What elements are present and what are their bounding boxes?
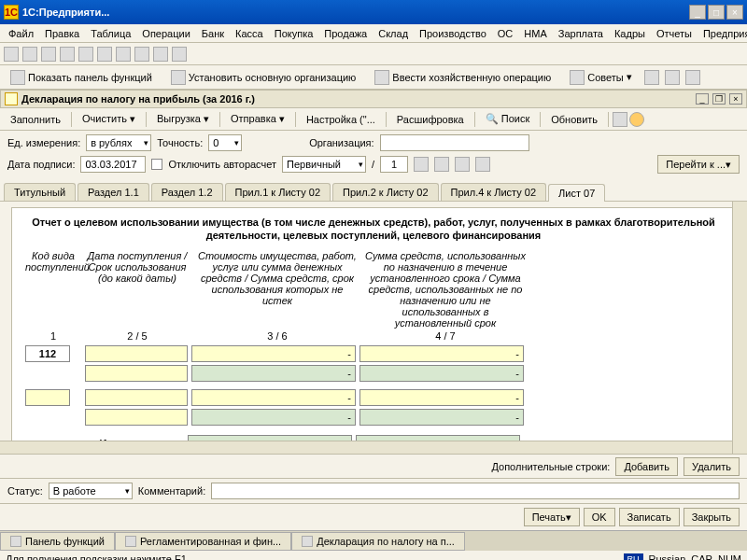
toolbar-icon[interactable] (116, 47, 131, 62)
search-action[interactable]: 🔍 Поиск (479, 110, 537, 128)
menu-file[interactable]: Файл (4, 26, 38, 41)
menu-salary[interactable]: Зарплата (554, 26, 608, 41)
menu-reports[interactable]: Отчеты (652, 26, 697, 41)
menu-company[interactable]: Предприятие (698, 26, 747, 41)
menu-cash[interactable]: Касса (231, 26, 268, 41)
export-action[interactable]: Выгрузка ▾ (150, 110, 216, 128)
toolbar-icon[interactable] (434, 157, 449, 172)
maximize-button[interactable]: □ (708, 5, 725, 20)
code-cell[interactable]: 112 (25, 345, 70, 362)
toolbar-icon[interactable] (60, 47, 75, 62)
close-button[interactable]: × (726, 5, 743, 20)
wintab-decl[interactable]: Декларация по налогу на п... (291, 532, 465, 551)
menu-staff[interactable]: Кадры (610, 26, 650, 41)
add-button[interactable]: Добавить (615, 457, 678, 476)
menu-table[interactable]: Таблица (86, 26, 135, 41)
auto-checkbox[interactable] (151, 159, 162, 170)
toolbar-icon[interactable] (455, 157, 470, 172)
precision-select[interactable]: 0 (208, 134, 242, 151)
amount-cell[interactable]: - (191, 389, 356, 406)
show-panel-button[interactable]: Показать панель функций (4, 67, 159, 88)
wintab-reg[interactable]: Регламентированная и фин... (115, 532, 291, 551)
set-org-button[interactable]: Установить основную организацию (164, 67, 363, 88)
menu-sale[interactable]: Продажа (319, 26, 372, 41)
settings-action[interactable]: Настройка ("... (300, 111, 382, 128)
toolbar-icon[interactable] (172, 47, 187, 62)
toolbar-icon[interactable] (613, 112, 627, 127)
minimize-button[interactable]: _ (689, 5, 706, 20)
date-cell[interactable] (85, 365, 188, 382)
refresh-action[interactable]: Обновить (544, 111, 604, 128)
org-input[interactable] (380, 134, 529, 151)
send-action[interactable]: Отправка ▾ (224, 110, 291, 128)
menu-warehouse[interactable]: Склад (374, 26, 413, 41)
menu-operations[interactable]: Операции (137, 26, 194, 41)
toolbar-icon[interactable] (665, 70, 680, 85)
menu-bank[interactable]: Банк (197, 26, 229, 41)
tab-title[interactable]: Титульный (4, 183, 76, 201)
doc-close-button[interactable]: × (729, 93, 742, 105)
delete-button[interactable]: Удалить (684, 457, 740, 476)
doc-restore-button[interactable]: ❐ (712, 93, 726, 105)
toolbar-icon[interactable] (685, 70, 700, 85)
wintab-panel[interactable]: Панель функций (0, 532, 115, 551)
amount-cell[interactable]: - (191, 345, 356, 362)
unit-select[interactable]: в рублях (86, 134, 151, 151)
print-button[interactable]: Печать ▾ (524, 508, 580, 526)
document-title: Декларация по налогу на прибыль (за 2016… (21, 93, 692, 105)
scrollbar-vertical[interactable] (732, 202, 747, 454)
help-icon[interactable] (629, 112, 644, 127)
clear-action[interactable]: Очистить ▾ (76, 110, 142, 128)
amount-cell[interactable]: - (359, 389, 524, 406)
toolbar-icon[interactable] (134, 47, 149, 62)
comment-input[interactable] (211, 483, 740, 499)
status-select[interactable]: В работе (49, 483, 133, 499)
primary-select[interactable]: Первичный (282, 156, 366, 173)
amount-cell[interactable]: - (359, 345, 524, 362)
menu-purchase[interactable]: Покупка (270, 26, 318, 41)
col-sub-1: 1 (25, 330, 81, 342)
num-input[interactable]: 1 (380, 156, 408, 173)
fill-action[interactable]: Заполнить (4, 111, 67, 128)
tab-app2[interactable]: Прил.2 к Листу 02 (332, 183, 439, 201)
amount-cell[interactable]: - (191, 409, 356, 426)
toolbar-icon[interactable] (22, 47, 37, 62)
menu-edit[interactable]: Правка (40, 26, 84, 41)
status-row: Статус: В работе Комментарий: (0, 478, 747, 503)
sheet-footer: Дополнительные строки: Добавить Удалить (0, 454, 747, 478)
tab-app1[interactable]: Прил.1 к Листу 02 (225, 183, 331, 201)
toolbar-icon[interactable] (475, 157, 490, 172)
decode-action[interactable]: Расшифровка (390, 111, 471, 128)
amount-cell[interactable]: - (191, 365, 356, 382)
toolbar-icon[interactable] (4, 47, 19, 62)
toolbar-icon[interactable] (41, 47, 56, 62)
toolbar-icon[interactable] (414, 157, 429, 172)
amount-cell[interactable]: - (359, 365, 524, 382)
save-button[interactable]: Записать (619, 508, 680, 526)
menu-nma[interactable]: НМА (519, 26, 551, 41)
tab-app4[interactable]: Прил.4 к Листу 02 (441, 183, 547, 201)
menu-production[interactable]: Производство (415, 26, 491, 41)
close-button[interactable]: Закрыть (684, 508, 740, 526)
tab-sheet07[interactable]: Лист 07 (548, 184, 605, 202)
amount-cell[interactable]: - (359, 409, 524, 426)
toolbar-icon[interactable] (97, 47, 112, 62)
toolbar-icon[interactable] (153, 47, 168, 62)
tab-section11[interactable]: Раздел 1.1 (78, 183, 149, 201)
date-cell[interactable] (85, 409, 188, 426)
menu-os[interactable]: ОС (493, 26, 518, 41)
tab-section12[interactable]: Раздел 1.2 (151, 183, 223, 201)
toolbar-icon[interactable] (644, 70, 659, 85)
lang-badge[interactable]: RU (624, 553, 643, 560)
scrollbar-horizontal[interactable] (0, 441, 732, 454)
date-cell[interactable] (85, 389, 188, 406)
date-input[interactable]: 03.03.2017 (80, 156, 146, 173)
code-cell[interactable] (25, 389, 70, 406)
goto-button[interactable]: Перейти к ... ▾ (657, 155, 740, 174)
date-cell[interactable] (85, 345, 188, 362)
ok-button[interactable]: OK (584, 508, 615, 526)
doc-minimize-button[interactable]: _ (696, 93, 709, 105)
tips-button[interactable]: Советы▾ (563, 67, 638, 88)
enter-op-button[interactable]: Ввести хозяйственную операцию (368, 67, 557, 88)
toolbar-icon[interactable] (78, 47, 93, 62)
